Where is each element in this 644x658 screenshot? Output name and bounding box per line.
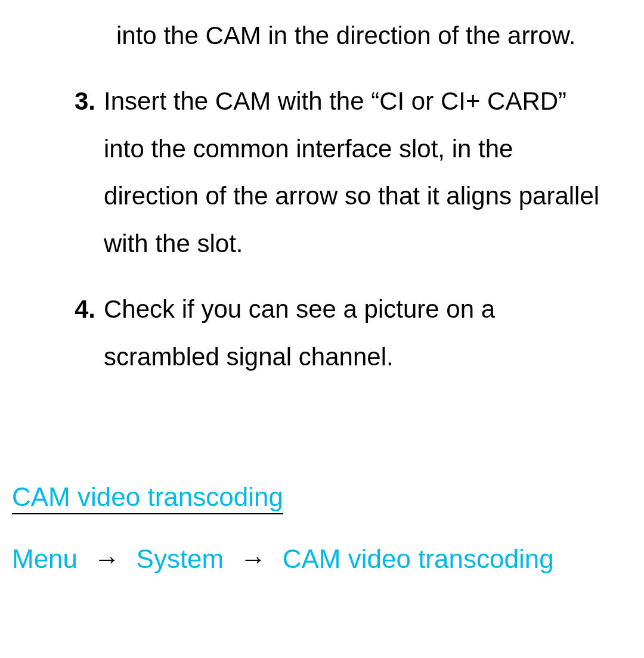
list-continuation-text: into the CAM in the direction of the arr… <box>75 12 608 60</box>
breadcrumb-menu[interactable]: Menu <box>12 544 78 573</box>
breadcrumb-nav: Menu → System → CAM video transcoding <box>12 544 632 574</box>
breadcrumb-cam-video-transcoding[interactable]: CAM video transcoding <box>283 544 554 573</box>
breadcrumb-system[interactable]: System <box>137 544 224 573</box>
list-number-3: 3. <box>75 77 104 268</box>
list-text-3: Insert the CAM with the “CI or CI+ CARD”… <box>104 77 608 268</box>
arrow-right-icon: → <box>94 544 120 573</box>
section-heading[interactable]: CAM video transcoding <box>12 482 283 514</box>
list-item-4: 4. Check if you can see a picture on a s… <box>75 285 608 381</box>
list-item-3: 3. Insert the CAM with the “CI or CI+ CA… <box>75 77 608 268</box>
list-text-4: Check if you can see a picture on a scra… <box>104 285 608 381</box>
list-number-4: 4. <box>75 285 104 381</box>
arrow-right-icon: → <box>240 544 266 573</box>
instruction-list: into the CAM in the direction of the arr… <box>12 12 632 381</box>
